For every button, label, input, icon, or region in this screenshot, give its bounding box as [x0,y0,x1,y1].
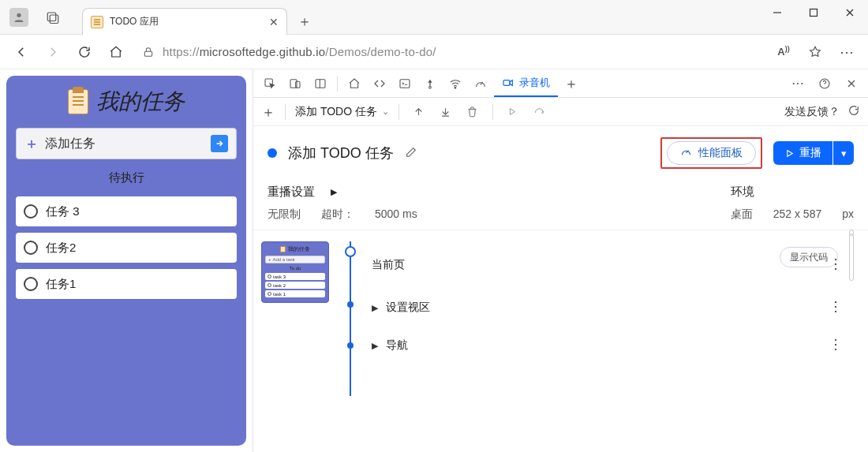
thumb-task: task 1 [273,292,286,297]
timeout-value: 5000 ms [375,207,417,222]
section-label: 待执行 [16,170,237,185]
inspect-icon[interactable] [258,72,282,95]
export-icon[interactable] [409,102,429,122]
nav-refresh-button[interactable] [71,39,98,65]
add-task-input[interactable]: ＋ 添加任务 [16,128,237,159]
read-aloud-button[interactable]: A)) [770,39,797,65]
edit-title-icon[interactable] [405,146,417,161]
step-row[interactable]: ▶ 设置视区 ⋯ [372,289,860,327]
nav-home-button[interactable] [103,39,129,65]
task-item[interactable]: 任务2 [16,233,237,263]
replay-dropdown-button[interactable]: ▾ [833,141,854,165]
svg-rect-13 [400,79,410,88]
svg-point-14 [429,86,432,88]
steps-area: 显示代码 我的任务 +Add a task To do task 3 task … [253,230,868,375]
svg-rect-1 [47,13,56,21]
new-tab-button[interactable]: ＋ [292,9,317,34]
browser-menu-button[interactable]: ⋯ [833,39,860,65]
devtools-close-icon[interactable] [840,72,863,95]
thumb-section: To do [265,266,325,271]
add-tab-button[interactable]: ＋ [559,72,583,95]
favorite-button[interactable] [802,39,829,65]
recording-header: 添加 TODO 任务 性能面板 重播 ▾ [253,126,868,180]
env-unit: px [842,207,854,222]
svg-rect-2 [50,15,58,24]
expand-icon[interactable]: ▶ [372,341,378,351]
help-icon[interactable] [813,72,836,95]
app-viewport: 我的任务 ＋ 添加任务 待执行 任务 3 任务2 任务1 [0,69,253,452]
step-row[interactable]: ▶ 导航 ⋯ [372,327,860,364]
browser-tab[interactable]: TODO 应用 ✕ [82,8,287,35]
window-maximize-button[interactable] [795,0,832,25]
add-task-label: 添加任务 [45,136,204,152]
svg-point-0 [17,13,21,17]
performance-tab-icon[interactable] [469,72,492,95]
sources-tab-icon[interactable] [418,72,442,95]
radio-icon[interactable] [24,241,38,255]
environment-label: 环境 [731,185,754,200]
tab-strip: TODO 应用 ✕ ＋ [82,0,759,34]
clipboard-icon [68,89,88,114]
env-device: 桌面 [731,207,753,222]
profile-avatar[interactable] [9,8,28,27]
svg-rect-7 [144,51,152,56]
panel-layout-icon[interactable] [309,72,332,95]
delete-icon[interactable] [462,102,483,122]
radio-icon[interactable] [24,277,38,291]
mini-scrollbar[interactable] [849,233,854,281]
feedback-link[interactable]: 发送反馈？ [784,105,840,119]
step-menu-icon[interactable]: ⋯ [828,300,845,316]
tab-close-icon[interactable]: ✕ [269,16,279,28]
replay-button-label: 重播 [799,146,821,160]
devtools-panel: 录音机 ＋ ⋯ ＋ 添加 TODO 任务 ⌄ 发送反馈？ [253,69,868,452]
device-toggle-icon[interactable] [283,72,307,95]
feedback-refresh-icon[interactable] [847,104,860,119]
step-menu-icon[interactable]: ⋯ [828,257,845,273]
highlight-annotation: 性能面板 [660,137,762,169]
expand-icon[interactable]: ▶ [331,187,337,197]
step-label: 当前页 [372,258,405,272]
recorder-tab[interactable]: 录音机 [494,70,558,97]
step-label: 导航 [386,338,408,353]
submit-arrow-icon[interactable] [211,135,228,152]
clipboard-icon [280,246,286,252]
performance-panel-label: 性能面板 [698,146,743,160]
browser-toolbar: https://microsoftedge.github.io/Demos/de… [0,35,868,69]
import-icon[interactable] [436,102,456,122]
performance-panel-button[interactable]: 性能面板 [667,141,756,165]
recording-dropdown[interactable]: 添加 TODO 任务 ⌄ [295,105,389,119]
expand-icon[interactable]: ▶ [372,303,378,313]
elements-tab-icon[interactable] [368,72,391,95]
console-tab-icon[interactable] [393,72,417,95]
task-label: 任务1 [46,277,76,292]
welcome-tab-icon[interactable] [342,72,366,95]
workspaces-icon[interactable] [39,4,66,31]
task-list: 任务 3 任务2 任务1 [16,196,237,299]
video-icon [502,77,514,89]
play-slow-icon[interactable] [503,102,523,122]
radio-icon[interactable] [24,204,38,219]
replay-settings-label: 重播设置 [268,185,315,200]
devtools-more-icon[interactable]: ⋯ [786,72,810,95]
window-close-button[interactable] [832,0,868,25]
task-label: 任务 3 [46,204,80,219]
task-item[interactable]: 任务 3 [16,196,237,226]
nav-forward-button[interactable] [39,39,66,65]
clipboard-favicon-icon [91,16,103,28]
task-item[interactable]: 任务1 [16,269,237,299]
network-tab-icon[interactable] [443,72,467,95]
step-menu-icon[interactable]: ⋯ [828,338,845,353]
url-text: https://microsoftedge.github.io/Demos/de… [163,45,436,58]
replay-button[interactable]: 重播 [773,141,832,165]
nav-back-button[interactable] [8,39,35,65]
tab-title: TODO 应用 [110,15,263,28]
new-recording-button[interactable]: ＋ [261,103,275,121]
step-over-icon[interactable] [529,102,550,122]
recording-status-dot-icon [268,148,277,158]
window-minimize-button[interactable] [759,0,795,25]
address-bar[interactable]: https://microsoftedge.github.io/Demos/de… [134,39,765,65]
svg-rect-4 [810,9,817,17]
step-label: 设置视区 [386,301,430,315]
thumb-task: task 3 [273,275,286,279]
svg-rect-16 [503,80,510,85]
